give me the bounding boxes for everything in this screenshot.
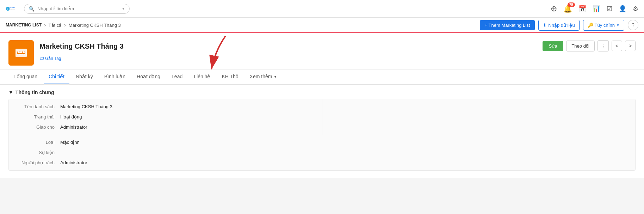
next-button[interactable]: > — [625, 41, 636, 51]
search-icon: 🔍 — [29, 6, 35, 12]
chevron-down-icon: ▼ — [273, 75, 277, 79]
record-title-section: Marketing CKSH Tháng 3 🏷 Gắn Tag — [39, 40, 124, 61]
field-label-assign: Giao cho — [16, 124, 55, 130]
field-group-left: Tên danh sách Marketing CKSH Tháng 3 Trạ… — [9, 99, 322, 135]
field-label-type: Loại — [16, 140, 55, 145]
tag-link[interactable]: 🏷 Gắn Tag — [39, 56, 124, 61]
bell-icon[interactable]: 🔔 75 — [563, 5, 572, 13]
breadcrumb-section[interactable]: MARKETING LIST — [6, 23, 42, 27]
nav-left: C CLOUDPRO TECHNOLOGY 🔍 ▼ — [6, 2, 130, 15]
svg-point-8 — [18, 51, 20, 53]
import-data-button[interactable]: ⬇ Nhập dữ liệu — [538, 20, 579, 31]
download-icon: ⬇ — [543, 23, 547, 28]
field-label-manager: Người phụ trách — [16, 160, 55, 165]
section-block: ▼ Thông tin chung Tên danh sách Marketin… — [0, 85, 644, 178]
record-title: Marketing CKSH Tháng 3 — [39, 42, 124, 50]
nav-right: ⊕ 🔔 75 📅 📊 ☑ 👤 ⚙ — [551, 4, 638, 13]
field-value-name: Marketing CKSH Tháng 3 — [60, 104, 112, 109]
breadcrumb-actions: + Thêm Marketing List ⬇ Nhập dữ liệu 🔑 T… — [480, 20, 638, 31]
tab-lien-he[interactable]: Liên hệ — [189, 69, 215, 84]
logo[interactable]: C CLOUDPRO TECHNOLOGY — [6, 2, 18, 15]
edit-button[interactable]: Sửa — [543, 41, 564, 51]
field-row-manager: Người phụ trách Administrator — [16, 160, 315, 165]
top-nav: C CLOUDPRO TECHNOLOGY 🔍 ▼ ⊕ 🔔 75 📅 📊 ☑ 👤… — [0, 0, 644, 18]
checkbox-icon[interactable]: ☑ — [607, 5, 612, 13]
breadcrumb: MARKETING LIST > Tất cả > Marketing CKSH… — [6, 23, 121, 28]
section-header: ▼ Thông tin chung — [8, 85, 636, 99]
tabs-container: Tổng quan Chi tiết Nhật ký Bình luận Hoạ… — [0, 69, 644, 85]
follow-button[interactable]: Theo dõi — [566, 41, 595, 51]
section-title: Thông tin chung — [16, 90, 54, 95]
record-actions: Sửa Theo dõi ⋮ < > — [543, 40, 636, 51]
prev-button[interactable]: < — [612, 41, 622, 51]
field-row-type: Loại Mặc định — [16, 140, 315, 145]
svg-text:C: C — [7, 7, 8, 10]
record-header-left: Marketing CKSH Tháng 3 🏷 Gắn Tag — [8, 40, 124, 66]
field-value-status: Hoạt động — [60, 114, 82, 120]
breadcrumb-all[interactable]: Tất cả — [49, 23, 62, 28]
more-button[interactable]: ⋮ — [597, 40, 609, 51]
main-content: Marketing CKSH Tháng 3 🏷 Gắn Tag Sửa The… — [0, 33, 644, 178]
svg-point-9 — [20, 51, 22, 53]
add-marketing-list-button[interactable]: + Thêm Marketing List — [480, 20, 535, 30]
breadcrumb-sep2: > — [64, 23, 67, 28]
divider-vertical — [322, 99, 322, 135]
section-body: Tên danh sách Marketing CKSH Tháng 3 Trạ… — [8, 99, 636, 171]
field-label-name: Tên danh sách — [16, 104, 55, 109]
field-row-assign: Giao cho Administrator — [16, 124, 315, 130]
field-row-name: Tên danh sách Marketing CKSH Tháng 3 — [16, 104, 315, 109]
add-icon[interactable]: ⊕ — [551, 4, 557, 13]
svg-text:CLOUDPRO: CLOUDPRO — [9, 7, 15, 8]
field-row-event: Sự kiện — [16, 150, 315, 155]
collapse-icon[interactable]: ▼ — [8, 90, 13, 95]
tab-kh-tho[interactable]: KH Thô — [217, 69, 243, 84]
breadcrumb-current: Marketing CKSH Tháng 3 — [69, 23, 121, 28]
search-bar[interactable]: 🔍 ▼ — [24, 4, 130, 14]
field-group-right: Loại Mặc định Sự kiện Người phụ trách Ad… — [9, 135, 322, 170]
field-label-event: Sự kiện — [16, 150, 55, 155]
svg-text:TECHNOLOGY: TECHNOLOGY — [9, 8, 15, 9]
tab-chi-tiet[interactable]: Chi tiết — [44, 69, 69, 84]
help-button[interactable]: ? — [628, 20, 638, 30]
field-row-status: Trạng thái Hoạt động — [16, 114, 315, 120]
field-value-type: Mặc định — [60, 140, 80, 145]
breadcrumb-bar: MARKETING LIST > Tất cả > Marketing CKSH… — [0, 18, 644, 33]
user-icon[interactable]: 👤 — [619, 5, 626, 13]
tab-lead[interactable]: Lead — [167, 69, 187, 84]
tab-tong-quan[interactable]: Tổng quan — [8, 69, 42, 84]
record-header: Marketing CKSH Tháng 3 🏷 Gắn Tag Sửa The… — [0, 33, 644, 69]
chevron-down-icon: ▼ — [122, 7, 125, 11]
customize-button[interactable]: 🔑 Tùy chỉnh ▼ — [583, 20, 624, 31]
calendar-icon[interactable]: 📅 — [578, 5, 586, 13]
tab-xem-them[interactable]: Xem thêm ▼ — [245, 69, 282, 84]
notification-badge: 75 — [568, 2, 575, 7]
avatar — [8, 40, 34, 66]
chevron-down-icon: ▼ — [616, 23, 620, 27]
tab-binh-luan[interactable]: Bình luận — [99, 69, 130, 84]
chart-icon[interactable]: 📊 — [593, 5, 600, 13]
tag-icon: 🏷 — [39, 56, 44, 61]
field-value-manager: Administrator — [60, 160, 87, 165]
settings-icon[interactable]: ⚙ — [633, 5, 638, 13]
search-input[interactable] — [37, 6, 119, 11]
field-value-assign: Administrator — [60, 124, 87, 130]
tabs-bar: Tổng quan Chi tiết Nhật ký Bình luận Hoạ… — [0, 69, 644, 85]
tab-hoat-dong[interactable]: Hoạt động — [132, 69, 165, 84]
key-icon: 🔑 — [588, 23, 593, 28]
svg-point-10 — [23, 51, 25, 53]
tab-nhat-ky[interactable]: Nhật ký — [71, 69, 98, 84]
breadcrumb-sep1: > — [44, 23, 47, 28]
field-label-status: Trạng thái — [16, 114, 55, 120]
